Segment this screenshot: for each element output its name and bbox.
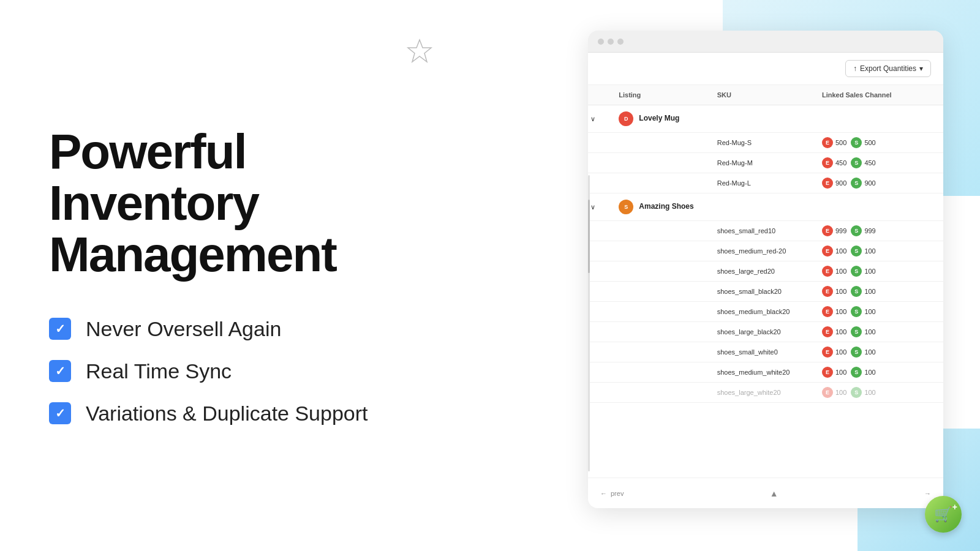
sku-shoes-medium-red: shoes_medium_red-20 [707, 241, 812, 261]
shopify-badge: S 100 [851, 387, 875, 398]
export-icon: ↑ [853, 64, 857, 73]
etsy-icon: E [822, 347, 833, 358]
etsy-badge: E 450 [822, 157, 846, 168]
cart-fab-button[interactable]: 🛒 + [925, 496, 962, 533]
page-title: Powerful Inventory Management [49, 126, 441, 280]
browser-content: ↑ Export Quantities ▾ Listing SKU Linked… [588, 53, 943, 508]
product-row-amazing-shoes: ∨ S Amazing Shoes [588, 193, 943, 221]
shopify-badge: S 500 [851, 137, 875, 148]
feature-text-real-time-sync: Real Time Sync [86, 359, 232, 383]
col-linked-header: Linked Sales Channel [812, 85, 943, 105]
feature-item-variations: ✓ Variations & Duplicate Support [49, 402, 441, 425]
shopify-qty: 500 [864, 139, 875, 146]
bottom-nav-prev[interactable]: ← prev [600, 490, 624, 497]
shopify-badge: S 450 [851, 157, 875, 168]
expand-amazing-shoes[interactable]: ∨ [588, 193, 609, 221]
shopify-icon: S [851, 178, 862, 189]
table-row: shoes_large_red20 E 100 S 100 [588, 261, 943, 282]
etsy-badge: E 100 [822, 306, 846, 317]
export-quantities-button[interactable]: ↑ Export Quantities ▾ [845, 60, 931, 77]
etsy-icon: E [822, 246, 833, 257]
upload-icon: ▲ [770, 489, 778, 498]
etsy-badge: E 100 [822, 246, 846, 257]
feature-list: ✓ Never Oversell Again ✓ Real Time Sync … [49, 317, 441, 425]
feature-text-never-oversell: Never Oversell Again [86, 317, 281, 341]
shopify-icon: S [851, 225, 862, 236]
scroll-indicator [588, 175, 590, 471]
sku-shoes-large-red: shoes_large_red20 [707, 261, 812, 282]
col-expand [588, 85, 609, 105]
etsy-icon: E [822, 266, 833, 277]
svg-marker-0 [408, 40, 431, 62]
expand-lovely-mug[interactable]: ∨ [588, 105, 609, 133]
product-row-lovely-mug: ∨ D Lovely Mug [588, 105, 943, 133]
browser-dot-1 [598, 39, 604, 45]
table-row: shoes_large_white20 E 100 S 100 [588, 383, 943, 403]
sku-shoes-medium-white: shoes_medium_white20 [707, 362, 812, 383]
etsy-icon: E [822, 326, 833, 337]
etsy-icon: E [822, 157, 833, 168]
prev-label: prev [611, 490, 624, 497]
checkbox-icon-real-time-sync: ✓ [49, 360, 71, 382]
table-row: shoes_medium_black20 E 100 S 100 [588, 302, 943, 322]
product-name-amazing-shoes: S Amazing Shoes [609, 193, 943, 221]
etsy-badge: E 100 [822, 286, 846, 297]
col-listing-header: Listing [609, 85, 707, 105]
feature-item-real-time-sync: ✓ Real Time Sync [49, 359, 441, 383]
table-row: shoes_small_red10 E 999 S 999 [588, 221, 943, 241]
table-row: shoes_large_black20 E 100 S 100 [588, 322, 943, 342]
dropdown-arrow-icon: ▾ [919, 64, 923, 73]
sku-shoes-small-white: shoes_small_white0 [707, 342, 812, 362]
table-row: Red-Mug-L E 900 S 900 [588, 173, 943, 193]
feature-item-never-oversell: ✓ Never Oversell Again [49, 317, 441, 341]
left-panel: Powerful Inventory Management ✓ Never Ov… [0, 0, 490, 551]
browser-dot-2 [608, 39, 614, 45]
shopify-icon: S [851, 306, 862, 317]
table-body: ∨ D Lovely Mug Red-Mug-S E 500 [588, 105, 943, 403]
etsy-badge: E 900 [822, 178, 846, 189]
product-label-amazing-shoes: Amazing Shoes [639, 202, 693, 211]
shopify-badge: S 100 [851, 326, 875, 337]
sku-shoes-medium-black: shoes_medium_black20 [707, 302, 812, 322]
shopify-icon: S [851, 286, 862, 297]
channels-red-mug-m: E 450 S 450 [812, 153, 943, 173]
table-row: Red-Mug-S E 500 S 500 [588, 133, 943, 153]
browser-mockup: ↑ Export Quantities ▾ Listing SKU Linked… [588, 31, 943, 508]
etsy-badge: E 100 [822, 326, 846, 337]
shopify-icon: S [851, 266, 862, 277]
channels-red-mug-l: E 900 S 900 [812, 173, 943, 193]
shopify-badge: S 100 [851, 347, 875, 358]
avatar-lovely-mug: D [619, 111, 633, 126]
shopify-icon: S [851, 367, 862, 378]
etsy-icon: E [822, 387, 833, 398]
product-label-lovely-mug: Lovely Mug [639, 114, 679, 122]
bottom-nav-right[interactable]: → [924, 490, 931, 497]
sku-shoes-small-black: shoes_small_black20 [707, 282, 812, 302]
etsy-badge: E 500 [822, 137, 846, 148]
shopify-badge: S 900 [851, 178, 875, 189]
shopify-icon: S [851, 157, 862, 168]
inventory-table: Listing SKU Linked Sales Channel ∨ D Lov… [588, 85, 943, 403]
etsy-icon: E [822, 178, 833, 189]
shopify-badge: S 100 [851, 266, 875, 277]
app-toolbar: ↑ Export Quantities ▾ [588, 53, 943, 85]
cart-plus-icon: + [952, 502, 957, 512]
channels-red-mug-s: E 500 S 500 [812, 133, 943, 153]
table-header: Listing SKU Linked Sales Channel [588, 85, 943, 105]
sku-shoes-large-black: shoes_large_black20 [707, 322, 812, 342]
shopify-badge: S 100 [851, 367, 875, 378]
shopify-icon: S [851, 137, 862, 148]
channels-shoes-small-red: E 999 S 999 [812, 221, 943, 241]
table-row: shoes_small_black20 E 100 S 100 [588, 282, 943, 302]
table-row: shoes_small_white0 E 100 S 100 [588, 342, 943, 362]
etsy-icon: E [822, 286, 833, 297]
right-icon: → [924, 490, 931, 497]
scroll-thumb [588, 200, 590, 273]
shopify-icon: S [851, 246, 862, 257]
shopify-icon: S [851, 387, 862, 398]
bottom-bar: ← prev ▲ → [588, 478, 943, 508]
sku-red-mug-l: Red-Mug-L [707, 173, 812, 193]
etsy-badge: E 100 [822, 266, 846, 277]
shopify-icon: S [851, 347, 862, 358]
prev-icon: ← [600, 490, 607, 497]
